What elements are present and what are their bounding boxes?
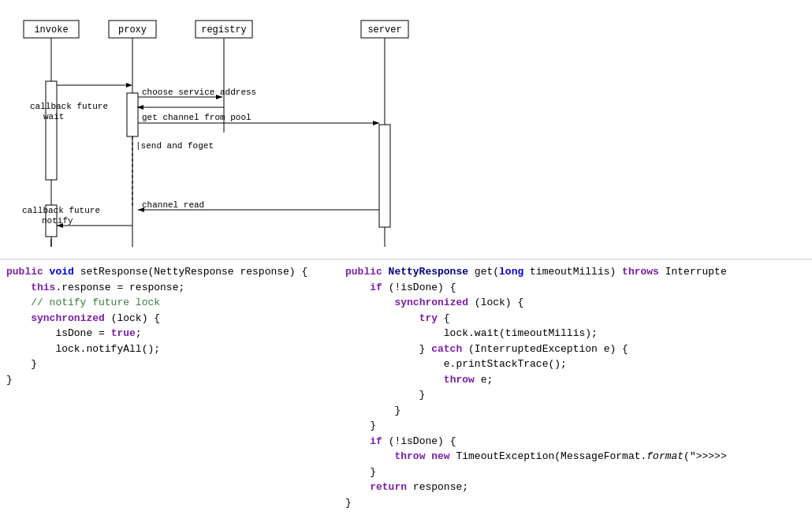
code-line: } [6,356,337,372]
svg-rect-14 [379,125,390,227]
svg-text:invoke: invoke [34,24,68,35]
svg-text:registry: registry [201,24,247,35]
svg-rect-12 [46,81,57,180]
code-line: e.printStackTrace(); [345,356,806,372]
code-line: } [345,403,806,419]
code-line: } [345,495,806,511]
code-line: return response; [345,480,806,495]
code-right: public NettyResponse get(long timeoutMil… [345,264,806,510]
code-line: this.response = response; [6,280,337,296]
svg-text:callback future: callback future [22,206,100,215]
code-line: isDone = true; [6,326,337,342]
code-line: throw e; [345,372,806,388]
code-line: synchronized (lock) { [345,295,806,311]
svg-marker-17 [126,83,132,88]
code-line: throw new TimeoutException(MessageFormat… [345,449,806,465]
svg-marker-24 [373,121,379,125]
svg-text:wait: wait [43,112,64,121]
code-line: lock.notifyAll(); [6,342,337,357]
code-line: synchronized (lock) { [6,311,337,327]
svg-text:notify: notify [42,216,73,226]
sequence-diagram: invoke proxy registry server choose serv… [0,6,812,259]
code-line: } [345,387,806,403]
code-line: if (!isDone) { [345,434,806,450]
code-line: } [345,418,806,434]
svg-text:proxy: proxy [118,24,147,35]
code-area: public void setResponse(NettyResponse re… [0,259,812,515]
svg-text:get channel from pool: get channel from pool [142,113,251,122]
code-line: lock.wait(timeoutMillis); [345,326,806,342]
svg-text:server: server [367,24,401,35]
code-line: } [345,465,806,480]
code-line: public void setResponse(NettyResponse re… [6,264,337,280]
svg-text:choose service address: choose service address [142,88,256,97]
svg-text:|send and foget: |send and foget [136,141,214,151]
svg-text:channel read: channel read [142,200,204,210]
page-title [0,0,812,6]
code-line: } [6,372,337,388]
code-line: // notify future lock [6,295,337,311]
code-line: public NettyResponse get(long timeoutMil… [345,264,806,280]
code-line: try { [345,311,806,327]
code-line: } catch (InterruptedException e) { [345,342,806,357]
code-left: public void setResponse(NettyResponse re… [6,264,345,510]
code-line: if (!isDone) { [345,280,806,296]
svg-text:callback future: callback future [30,102,108,111]
svg-rect-13 [127,93,138,136]
